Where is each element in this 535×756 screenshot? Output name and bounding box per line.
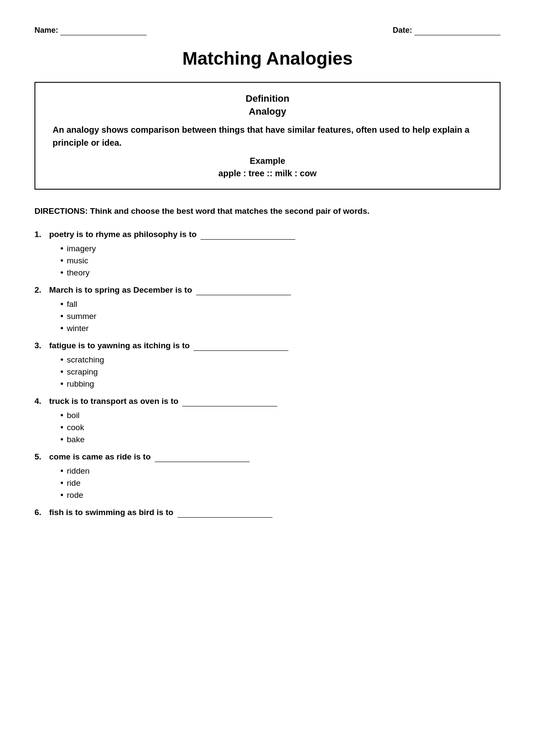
choice-item: •rode [60,490,501,500]
choice-item: •ridden [60,466,501,476]
def-body: An analogy shows comparison between thin… [53,123,482,149]
choice-text: boil [67,411,80,420]
choice-item: •scratching [60,355,501,365]
bullet-icon: • [60,379,63,388]
question-body: fatigue is to yawning as itching is to [49,341,288,351]
name-label: Name: [34,26,58,34]
bullet-icon: • [60,256,63,265]
question-item: 6.fish is to swimming as bird is to [34,508,501,518]
choice-item: •bake [60,435,501,444]
date-underline [414,26,501,35]
choices-list: •ridden•ride•rode [34,466,501,500]
def-title: Definition [53,93,482,104]
choices-list: •fall•summer•winter [34,300,501,333]
choice-item: •summer [60,312,501,321]
question-item: 5.come is came as ride is to •ridden•rid… [34,452,501,500]
bullet-icon: • [60,466,63,475]
page-title: Matching Analogies [34,48,501,69]
question-number: 1. [34,230,47,239]
choice-item: •theory [60,268,501,278]
question-number: 6. [34,508,47,517]
date-field: Date: [393,26,501,35]
question-item: 2.March is to spring as December is to •… [34,285,501,333]
choice-text: ride [67,478,81,488]
question-number: 4. [34,397,47,406]
question-text: 1.poetry is to rhyme as philosophy is to [34,230,501,240]
header-row: Name: Date: [34,26,501,35]
question-body: poetry is to rhyme as philosophy is to [49,230,295,240]
bullet-icon: • [60,478,63,487]
choice-item: •ride [60,478,501,488]
answer-line [182,397,277,406]
choice-item: •imagery [60,244,501,253]
date-label: Date: [393,26,412,34]
bullet-icon: • [60,324,63,332]
def-subtitle: Analogy [53,106,482,117]
answer-line [196,285,291,295]
questions-list: 1.poetry is to rhyme as philosophy is to… [34,230,501,518]
choice-item: •cook [60,423,501,432]
example-value: apple : tree :: milk : cow [53,169,482,178]
choice-text: rubbing [67,379,94,389]
choice-text: scraping [67,367,98,377]
choice-item: •boil [60,411,501,420]
choice-item: •fall [60,300,501,309]
choice-text: winter [67,324,89,333]
answer-line [155,452,250,462]
bullet-icon: • [60,355,63,364]
definition-box: Definition Analogy An analogy shows comp… [34,82,501,190]
choices-list: •imagery•music•theory [34,244,501,278]
choice-text: music [67,256,88,266]
choice-text: theory [67,268,90,278]
question-item: 1.poetry is to rhyme as philosophy is to… [34,230,501,278]
question-text: 6.fish is to swimming as bird is to [34,508,501,518]
bullet-icon: • [60,423,63,431]
bullet-icon: • [60,411,63,419]
question-body: truck is to transport as oven is to [49,397,277,406]
question-body: March is to spring as December is to [49,285,291,295]
question-item: 4.truck is to transport as oven is to •b… [34,397,501,444]
question-text: 2.March is to spring as December is to [34,285,501,295]
answer-line [194,341,288,351]
name-underline [60,26,147,35]
choice-text: bake [67,435,84,444]
choice-text: ridden [67,466,90,476]
choice-text: scratching [67,355,104,365]
question-text: 4.truck is to transport as oven is to [34,397,501,406]
question-text: 3.fatigue is to yawning as itching is to [34,341,501,351]
question-number: 2. [34,285,47,295]
directions-text: DIRECTIONS: Think and choose the best wo… [34,205,501,218]
question-number: 3. [34,341,47,350]
choice-text: rode [67,490,83,500]
question-text: 5.come is came as ride is to [34,452,501,462]
bullet-icon: • [60,268,63,277]
choices-list: •boil•cook•bake [34,411,501,444]
choices-list: •scratching•scraping•rubbing [34,355,501,389]
bullet-icon: • [60,490,63,499]
bullet-icon: • [60,435,63,444]
question-number: 5. [34,452,47,462]
choice-text: cook [67,423,84,432]
choice-item: •rubbing [60,379,501,389]
choice-item: •scraping [60,367,501,377]
bullet-icon: • [60,312,63,320]
bullet-icon: • [60,300,63,308]
question-body: fish is to swimming as bird is to [49,508,272,518]
example-label: Example [53,156,482,166]
question-body: come is came as ride is to [49,452,250,462]
bullet-icon: • [60,244,63,253]
choice-text: imagery [67,244,96,253]
choice-text: summer [67,312,97,321]
choice-item: •music [60,256,501,266]
choice-text: fall [67,300,77,309]
answer-line [200,230,295,240]
answer-line [178,508,272,518]
bullet-icon: • [60,367,63,376]
name-field: Name: [34,26,147,35]
question-item: 3.fatigue is to yawning as itching is to… [34,341,501,389]
choice-item: •winter [60,324,501,333]
